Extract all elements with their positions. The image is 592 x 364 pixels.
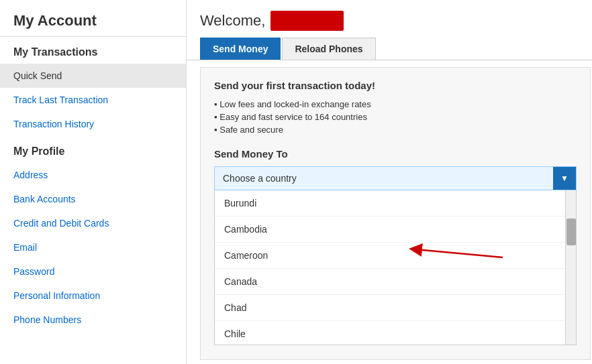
- country-dropdown-outer: Choose a country ▼ BurundiCambodiaCamero…: [214, 166, 577, 345]
- sidebar-item-personal-info[interactable]: Personal Information: [0, 284, 186, 308]
- sidebar-title: My Account: [0, 0, 186, 37]
- sidebar-item-phone-numbers[interactable]: Phone Numbers: [0, 308, 186, 332]
- promo-item-3: Safe and secure: [214, 123, 577, 136]
- sidebar-item-address[interactable]: Address: [0, 163, 186, 187]
- dropdown-item[interactable]: Chile: [215, 321, 576, 345]
- sidebar-item-bank-accounts[interactable]: Bank Accounts: [0, 187, 186, 211]
- country-placeholder: Choose a country: [215, 173, 553, 184]
- promo-item-1: Low fees and locked-in exchange rates: [214, 98, 577, 111]
- main-content: Welcome, Send Money Reload Phones Send y…: [187, 0, 592, 364]
- country-dropdown-list[interactable]: BurundiCambodiaCameroonCanadaChadChile: [215, 190, 576, 345]
- country-dropdown-trigger[interactable]: Choose a country ▼: [214, 166, 577, 190]
- promo-item-2: Easy and fast service to 164 countries: [214, 111, 577, 123]
- country-dropdown-list-container: BurundiCambodiaCameroonCanadaChadChile: [214, 190, 577, 345]
- dropdown-scrollbar[interactable]: [565, 190, 576, 345]
- tab-content: Send your first transaction today! Low f…: [200, 67, 591, 360]
- chevron-down-icon: ▼: [560, 174, 569, 183]
- scrollbar-thumb: [566, 219, 576, 245]
- sidebar-item-quick-send[interactable]: Quick Send: [0, 64, 186, 88]
- dropdown-arrow-button[interactable]: ▼: [553, 167, 576, 190]
- dropdown-item[interactable]: Burundi: [215, 190, 576, 217]
- sidebar: My Account My Transactions Quick Send Tr…: [0, 0, 187, 364]
- tab-reload-phones[interactable]: Reload Phones: [282, 38, 375, 60]
- welcome-bar: Welcome,: [187, 0, 592, 38]
- sidebar-item-track-last[interactable]: Track Last Transaction: [0, 88, 186, 112]
- welcome-text: Welcome,: [200, 12, 265, 29]
- dropdown-item[interactable]: Chad: [215, 295, 576, 321]
- sidebar-item-credit-debit[interactable]: Credit and Debit Cards: [0, 211, 186, 235]
- username-redacted: [270, 11, 344, 31]
- main-tabs: Send Money Reload Phones: [187, 38, 592, 60]
- tab-send-money[interactable]: Send Money: [200, 38, 281, 60]
- sidebar-item-email[interactable]: Email: [0, 235, 186, 259]
- dropdown-item[interactable]: Cambodia: [215, 217, 576, 243]
- send-money-label: Send Money To: [214, 148, 577, 160]
- sidebar-item-transaction-history[interactable]: Transaction History: [0, 112, 186, 136]
- promo-list: Low fees and locked-in exchange rates Ea…: [214, 98, 577, 136]
- promo-title: Send your first transaction today!: [214, 80, 577, 91]
- sidebar-item-password[interactable]: Password: [0, 259, 186, 284]
- sidebar-transactions-heading: My Transactions: [0, 37, 186, 64]
- sidebar-profile-heading: My Profile: [0, 136, 186, 163]
- dropdown-item[interactable]: Cameroon: [215, 243, 576, 269]
- dropdown-item[interactable]: Canada: [215, 269, 576, 295]
